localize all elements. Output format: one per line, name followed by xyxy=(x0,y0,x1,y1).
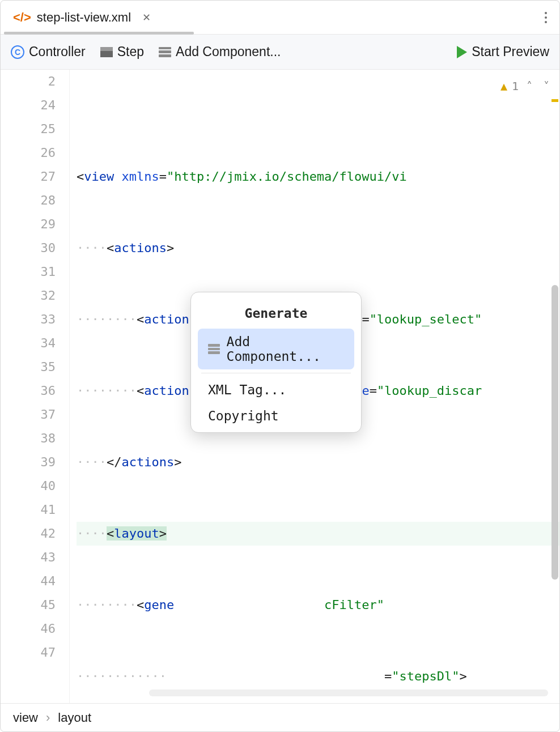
controller-button[interactable]: C Controller xyxy=(11,44,86,59)
xml-file-icon: </> xyxy=(13,10,31,25)
play-icon xyxy=(457,46,467,58)
breadcrumb-item[interactable]: layout xyxy=(58,710,91,725)
popup-title: Generate xyxy=(194,296,358,329)
breadcrumb-item[interactable]: view xyxy=(13,710,38,725)
toolbar: C Controller Step Add Component... Start… xyxy=(1,35,559,70)
step-icon xyxy=(100,47,113,57)
warning-icon: ▲ xyxy=(500,74,507,98)
popup-item-xml-tag[interactable]: XML Tag... xyxy=(198,377,354,403)
editor[interactable]: 2 24 25 26 27 28 29 30 31 32 33 34 35 36… xyxy=(1,70,559,703)
popup-item-copyright[interactable]: Copyright xyxy=(198,403,354,429)
file-tab[interactable]: </> step-list-view.xml ✕ xyxy=(5,1,162,34)
component-icon xyxy=(159,47,171,57)
generate-popup: Generate Add Component... XML Tag... Cop… xyxy=(190,292,362,433)
gutter: 2 24 25 26 27 28 29 30 31 32 33 34 35 36… xyxy=(1,70,70,703)
inspection-widget[interactable]: ▲ 1 ˄ ˅ xyxy=(497,74,553,98)
add-component-button[interactable]: Add Component... xyxy=(159,44,281,59)
more-icon[interactable] xyxy=(545,12,547,23)
right-gutter xyxy=(550,70,559,703)
popup-divider xyxy=(201,373,351,373)
step-button[interactable]: Step xyxy=(100,44,144,59)
tab-filename: step-list-view.xml xyxy=(37,10,131,25)
vertical-scrollbar-thumb[interactable] xyxy=(551,285,558,580)
warning-marker[interactable] xyxy=(551,99,558,102)
controller-icon: C xyxy=(11,45,24,59)
chevron-right-icon: › xyxy=(46,710,50,725)
close-icon[interactable]: ✕ xyxy=(142,11,151,24)
chevron-up-icon[interactable]: ˄ xyxy=(523,74,536,98)
tab-bar: </> step-list-view.xml ✕ xyxy=(1,1,559,35)
popup-item-add-component[interactable]: Add Component... xyxy=(198,329,354,369)
component-icon xyxy=(208,344,220,354)
start-preview-button[interactable]: Start Preview xyxy=(457,44,549,59)
tab-underline xyxy=(4,32,194,35)
breadcrumb: view › layout xyxy=(1,703,559,731)
warning-count: 1 xyxy=(512,74,519,98)
horizontal-scrollbar[interactable] xyxy=(149,690,548,696)
